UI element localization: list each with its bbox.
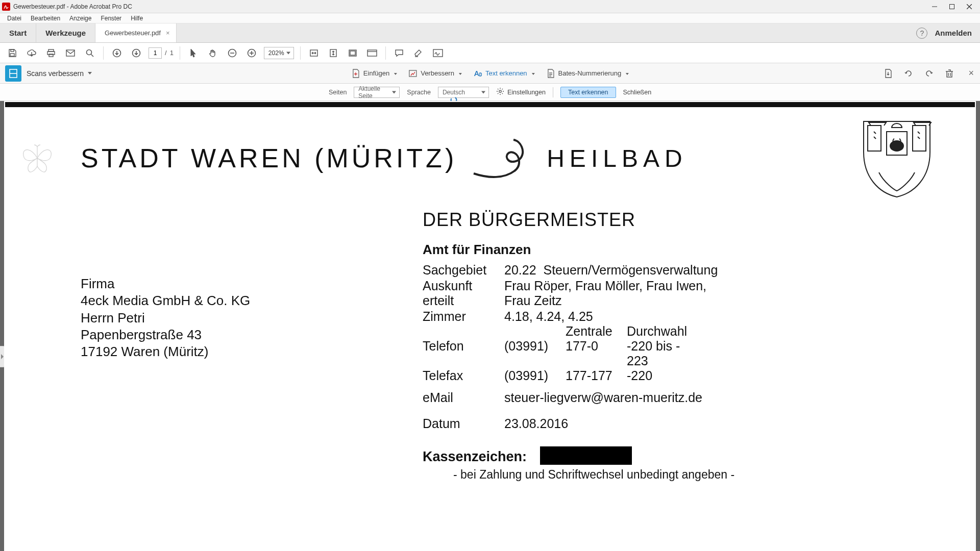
svg-rect-38 <box>868 126 881 151</box>
reflow-icon[interactable] <box>346 46 360 60</box>
menu-edit[interactable]: Bearbeiten <box>27 14 64 23</box>
insert-button[interactable]: Einfügen <box>348 67 400 80</box>
svg-rect-10 <box>66 50 75 56</box>
sender-info: DER BÜRGERMEISTER Amt für Finanzen Sachg… <box>423 209 734 482</box>
search-icon[interactable] <box>83 46 97 60</box>
document-tab-label: Gewerbesteuer.pdf <box>105 29 161 37</box>
language-label: Sprache <box>407 89 431 96</box>
menu-help[interactable]: Hilfe <box>127 14 147 23</box>
recipient-address: Firma 4eck Media GmbH & Co. KG Herrn Pet… <box>81 276 250 360</box>
read-mode-icon[interactable] <box>365 46 379 60</box>
scan-tool-icon <box>5 65 21 82</box>
help-icon[interactable]: ? <box>916 28 927 39</box>
pages-dropdown[interactable]: Aktuelle Seite <box>354 87 400 98</box>
insert-page-icon <box>351 69 360 78</box>
page-indicator: / 1 <box>149 47 174 59</box>
rotate-cw-icon[interactable] <box>922 66 936 81</box>
close-tab-icon[interactable]: × <box>166 29 170 37</box>
redacted-block <box>540 446 632 465</box>
kassenzeichen-note: - bei Zahlung und Schriftwechsel unbedin… <box>423 468 734 482</box>
extract-page-icon[interactable] <box>881 66 895 81</box>
close-panel-icon[interactable]: × <box>968 68 974 79</box>
menu-view[interactable]: Anzeige <box>65 14 95 23</box>
page-edge <box>5 102 975 107</box>
fit-page-icon[interactable] <box>326 46 340 60</box>
svg-rect-24 <box>368 50 377 56</box>
page-total: 1 <box>170 49 174 57</box>
delete-icon[interactable] <box>942 66 957 81</box>
document-page[interactable]: STADT WAREN (MÜRITZ) HEILBAD Firma 4eck … <box>4 101 976 551</box>
save-icon[interactable] <box>5 46 19 60</box>
menu-file[interactable]: Datei <box>3 14 26 23</box>
document-tab[interactable]: Gewerbesteuer.pdf × <box>95 23 176 42</box>
nav-start[interactable]: Start <box>0 23 36 42</box>
title-bar: Gewerbesteuer.pdf - Adobe Acrobat Pro DC <box>0 0 980 13</box>
minimize-button[interactable] <box>926 1 943 12</box>
menu-window[interactable]: Fenster <box>96 14 126 23</box>
svg-point-36 <box>499 90 501 92</box>
kassenzeichen-label: Kassenzeichen: <box>423 449 527 465</box>
acrobat-icon <box>2 3 10 11</box>
ocr-settings-button[interactable]: Einstellungen <box>496 87 546 97</box>
language-dropdown[interactable]: Deutsch <box>438 87 489 98</box>
text-recognize-icon <box>473 69 482 78</box>
fit-width-icon[interactable] <box>307 46 321 60</box>
zoom-out-icon[interactable] <box>225 46 239 60</box>
zoom-dropdown[interactable]: 202% <box>264 47 294 59</box>
maximize-button[interactable] <box>943 1 961 12</box>
svg-rect-27 <box>433 49 443 57</box>
city-name: STADT WAREN (MÜRITZ) <box>81 143 457 173</box>
enhance-icon <box>408 69 418 78</box>
gear-icon <box>496 87 504 97</box>
watermark-icon <box>19 143 55 173</box>
print-icon[interactable] <box>44 46 58 60</box>
cloud-icon[interactable] <box>24 46 39 60</box>
menu-bar: Datei Bearbeiten Anzeige Fenster Hilfe <box>0 13 980 23</box>
svg-rect-5 <box>11 49 14 52</box>
select-tool-icon[interactable] <box>186 46 201 60</box>
bates-icon <box>546 69 555 78</box>
zoom-value: 202% <box>268 49 284 57</box>
document-stage: STADT WAREN (MÜRITZ) HEILBAD Firma 4eck … <box>0 101 980 551</box>
svg-line-12 <box>91 54 94 57</box>
rotate-ccw-icon[interactable] <box>901 66 916 81</box>
svg-rect-6 <box>10 54 14 56</box>
tab-strip: Start Werkzeuge Gewerbesteuer.pdf × ? An… <box>0 23 980 43</box>
run-ocr-button[interactable]: Text erkennen <box>560 87 616 98</box>
next-page-icon[interactable] <box>129 46 143 60</box>
mayor-heading: DER BÜRGERMEISTER <box>423 209 734 231</box>
highlight-icon[interactable] <box>411 46 426 60</box>
zoom-in-icon[interactable] <box>244 46 259 60</box>
svg-point-41 <box>890 141 903 151</box>
enhance-button[interactable]: Verbessern <box>405 67 465 80</box>
heilbad-label: HEILBAD <box>547 144 687 172</box>
svg-rect-2 <box>950 4 954 9</box>
main-toolbar: / 1 202% <box>0 43 980 63</box>
prev-page-icon[interactable] <box>110 46 124 60</box>
city-crest-icon <box>859 116 935 198</box>
bates-button[interactable]: Bates-Nummerierung <box>543 67 632 80</box>
comment-icon[interactable] <box>392 46 406 60</box>
close-button[interactable] <box>961 1 978 12</box>
pages-label: Seiten <box>329 89 347 96</box>
close-ocr-link[interactable]: Schließen <box>623 89 652 96</box>
signature-icon[interactable] <box>431 46 445 60</box>
hand-tool-icon[interactable] <box>206 46 220 60</box>
recognize-text-button[interactable]: Text erkennen <box>470 67 538 80</box>
svg-rect-23 <box>350 51 355 55</box>
page-sep: / <box>165 49 167 57</box>
scan-enhance-dropdown[interactable]: Scans verbessern <box>27 69 92 78</box>
svg-point-11 <box>87 49 92 55</box>
svg-rect-30 <box>409 70 416 77</box>
swan-icon <box>471 138 532 179</box>
nav-tools[interactable]: Werkzeuge <box>36 23 95 42</box>
mail-icon[interactable] <box>63 46 78 60</box>
page-current-input[interactable] <box>149 47 162 59</box>
ocr-settings-bar: Seiten Aktuelle Seite Sprache Deutsch Ei… <box>0 84 980 101</box>
window-title: Gewerbesteuer.pdf - Adobe Acrobat Pro DC <box>13 3 132 10</box>
signin-link[interactable]: Anmelden <box>935 29 972 37</box>
department-heading: Amt für Finanzen <box>423 242 734 258</box>
scan-enhance-bar: Scans verbessern Einfügen Verbessern Tex… <box>0 63 980 84</box>
